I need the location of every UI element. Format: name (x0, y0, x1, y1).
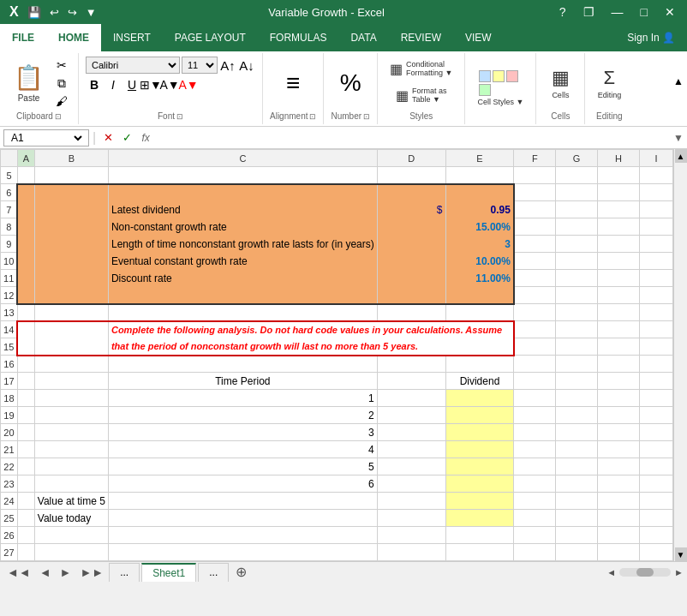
tab-page-layout[interactable]: PAGE LAYOUT (163, 24, 258, 51)
cell-b18[interactable] (34, 390, 108, 407)
maximize-button[interactable]: □ (636, 3, 653, 21)
cell-g23[interactable] (556, 475, 598, 493)
cell-d21[interactable] (377, 441, 445, 458)
restore-button[interactable]: ❐ (578, 3, 600, 21)
cell-b25[interactable]: Value today (34, 510, 108, 527)
cell-f14[interactable] (514, 321, 556, 338)
cell-c24[interactable] (108, 493, 377, 510)
cell-i21[interactable] (639, 441, 672, 458)
cell-a21[interactable] (17, 441, 34, 458)
redo-icon[interactable]: ↪ (65, 4, 80, 21)
col-header-h[interactable]: H (598, 150, 640, 167)
cell-c20[interactable]: 3 (108, 424, 377, 441)
number-expand-icon[interactable]: ⊡ (363, 112, 370, 121)
help-button[interactable]: ? (554, 3, 571, 21)
cell-h26[interactable] (598, 527, 640, 544)
cell-f10[interactable] (514, 253, 556, 270)
cell-a27[interactable] (17, 544, 34, 561)
cell-a13[interactable] (17, 304, 34, 321)
cell-e19[interactable] (445, 407, 514, 424)
cell-h15[interactable] (598, 338, 640, 356)
cell-d10[interactable] (377, 253, 445, 270)
cell-a8[interactable] (17, 218, 34, 236)
font-size-select[interactable]: 11 (182, 57, 218, 74)
formula-input[interactable] (158, 129, 670, 147)
cell-c11[interactable]: Discount rate (108, 270, 377, 287)
cell-f22[interactable] (514, 458, 556, 475)
cell-e22[interactable] (445, 458, 514, 475)
cell-b11[interactable] (34, 270, 108, 287)
cell-g27[interactable] (556, 544, 598, 561)
cell-i11[interactable] (639, 270, 672, 287)
cell-d18[interactable] (377, 390, 445, 407)
cell-b7[interactable] (34, 201, 108, 218)
sheet-nav-last[interactable]: ►► (76, 565, 107, 579)
cell-f27[interactable] (514, 544, 556, 561)
cell-h11[interactable] (598, 270, 640, 287)
cell-h12[interactable] (598, 287, 640, 304)
cell-h24[interactable] (598, 493, 640, 510)
col-header-b[interactable]: B (34, 150, 108, 167)
cell-h7[interactable] (598, 201, 640, 218)
cell-i10[interactable] (639, 253, 672, 270)
cell-d20[interactable] (377, 424, 445, 441)
cell-c26[interactable] (108, 527, 377, 544)
cell-i27[interactable] (639, 544, 672, 561)
cell-g17[interactable] (556, 373, 598, 390)
cell-f5[interactable] (514, 167, 556, 184)
cell-b5[interactable] (34, 167, 108, 184)
cell-b9[interactable] (34, 236, 108, 253)
col-header-d[interactable]: D (377, 150, 445, 167)
cell-h10[interactable] (598, 253, 640, 270)
cell-a10[interactable] (17, 253, 34, 270)
cell-e11-val[interactable]: 11.00% (445, 270, 514, 287)
cell-i16[interactable] (639, 356, 672, 373)
cell-f18[interactable] (514, 390, 556, 407)
cell-g25[interactable] (556, 510, 598, 527)
sheet-tab-ellipsis-right[interactable]: ... (198, 563, 229, 582)
cell-g14[interactable] (556, 321, 598, 338)
sign-in-button[interactable]: Sign In 👤 (615, 24, 687, 51)
cell-i18[interactable] (639, 390, 672, 407)
cut-button[interactable]: ✂ (52, 57, 71, 74)
scroll-down-button[interactable]: ▼ (675, 547, 687, 561)
cell-d23[interactable] (377, 475, 445, 493)
cell-b22[interactable] (34, 458, 108, 475)
cell-d25[interactable] (377, 510, 445, 527)
cell-i24[interactable] (639, 493, 672, 510)
increase-font-size-button[interactable]: A↑ (219, 57, 236, 74)
border-button[interactable]: ⊞▼ (142, 76, 159, 93)
cell-f25[interactable] (514, 510, 556, 527)
scroll-left-icon[interactable]: ◄ (606, 567, 616, 577)
cell-b19[interactable] (34, 407, 108, 424)
undo-icon[interactable]: ↩ (47, 4, 62, 21)
tab-view[interactable]: VIEW (453, 24, 504, 51)
cell-i6[interactable] (639, 184, 672, 201)
tab-home[interactable]: HOME (46, 24, 101, 51)
cell-c8[interactable]: Non-constant growth rate (108, 218, 377, 236)
cell-d24[interactable] (377, 493, 445, 510)
cell-c23[interactable]: 6 (108, 475, 377, 493)
cell-i19[interactable] (639, 407, 672, 424)
tab-formulas[interactable]: FORMULAS (258, 24, 339, 51)
cell-g26[interactable] (556, 527, 598, 544)
tab-data[interactable]: DATA (338, 24, 388, 51)
cell-g9[interactable] (556, 236, 598, 253)
cell-c17[interactable]: Time Period (108, 373, 377, 390)
cell-a6[interactable] (17, 184, 34, 201)
cell-f20[interactable] (514, 424, 556, 441)
cell-d27[interactable] (377, 544, 445, 561)
cell-d6[interactable] (377, 184, 445, 201)
cell-g11[interactable] (556, 270, 598, 287)
cell-e20[interactable] (445, 424, 514, 441)
cell-g15[interactable] (556, 338, 598, 356)
cell-g21[interactable] (556, 441, 598, 458)
cell-g20[interactable] (556, 424, 598, 441)
cancel-formula-icon[interactable]: ✕ (99, 129, 116, 147)
cell-f12[interactable] (514, 287, 556, 304)
cell-g18[interactable] (556, 390, 598, 407)
customize-quick-access-icon[interactable]: ▼ (83, 4, 99, 21)
alignment-expand-icon[interactable]: ⊡ (309, 112, 316, 121)
tab-insert[interactable]: INSERT (101, 24, 163, 51)
cell-a7[interactable] (17, 201, 34, 218)
